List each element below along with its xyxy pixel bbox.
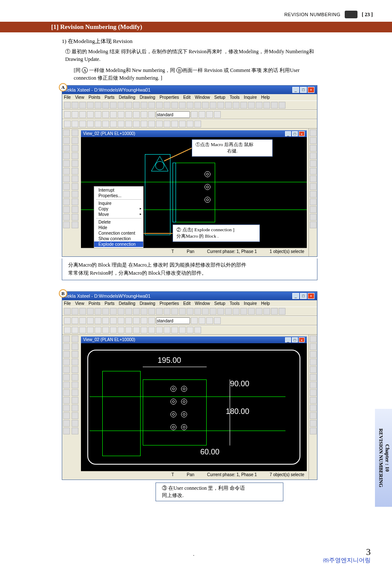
tool-icon[interactable] <box>64 111 71 118</box>
tool-icon[interactable] <box>72 420 78 427</box>
tool-icon[interactable] <box>310 412 317 419</box>
tool-icon[interactable] <box>125 121 132 127</box>
tool-icon[interactable] <box>63 160 70 167</box>
tool-icon[interactable] <box>310 175 317 182</box>
tool-icon[interactable] <box>194 102 201 109</box>
menu-setup[interactable]: Setup <box>214 301 225 306</box>
tool-icon[interactable] <box>72 397 78 404</box>
tool-icon[interactable] <box>63 137 70 144</box>
tool-icon[interactable] <box>72 389 78 396</box>
tool-icon[interactable] <box>202 308 209 315</box>
tool-icon[interactable] <box>199 111 205 118</box>
close-icon[interactable]: × <box>299 131 305 136</box>
tool-icon[interactable] <box>187 102 193 109</box>
tool-icon[interactable] <box>79 327 86 333</box>
tool-icon[interactable] <box>240 102 247 109</box>
tool-icon[interactable] <box>118 121 124 127</box>
tool-icon[interactable] <box>72 359 78 365</box>
tool-icon[interactable] <box>310 129 317 136</box>
menu-drawing[interactable]: Drawing <box>140 301 156 306</box>
tool-icon[interactable] <box>63 366 70 373</box>
tool-icon[interactable] <box>63 175 70 182</box>
tool-icon[interactable] <box>187 327 193 333</box>
tool-icon[interactable] <box>63 382 70 388</box>
tool-icon[interactable] <box>72 198 78 205</box>
tool-icon[interactable] <box>64 308 71 315</box>
tool-icon[interactable] <box>72 152 78 159</box>
tool-icon[interactable] <box>72 336 78 342</box>
tool-icon[interactable] <box>233 308 239 315</box>
tool-icon[interactable] <box>225 102 232 109</box>
tool-icon[interactable] <box>310 359 317 365</box>
tool-icon[interactable] <box>310 374 317 381</box>
tool-icon[interactable] <box>156 102 163 109</box>
tool-icon[interactable] <box>206 317 213 324</box>
menu-help[interactable]: Help <box>261 301 270 306</box>
tool-icon[interactable] <box>310 214 317 221</box>
menu-edit[interactable]: Edit <box>183 301 190 306</box>
tool-icon[interactable] <box>118 327 124 333</box>
menu-parts[interactable]: Parts <box>104 301 114 306</box>
tool-icon[interactable] <box>141 308 147 315</box>
tool-icon[interactable] <box>141 102 147 109</box>
menu-view[interactable]: View <box>75 95 84 100</box>
tool-icon[interactable] <box>156 121 163 127</box>
tool-icon[interactable] <box>263 102 270 109</box>
menu-edit[interactable]: Edit <box>183 95 190 100</box>
tool-icon[interactable] <box>63 183 70 190</box>
tool-icon[interactable] <box>72 366 78 373</box>
tool-icon[interactable] <box>148 327 155 333</box>
menu-drawing[interactable]: Drawing <box>140 95 156 100</box>
close-icon[interactable]: × <box>308 87 314 93</box>
tool-icon[interactable] <box>271 102 278 109</box>
tool-icon[interactable] <box>210 102 216 109</box>
tool-icon[interactable] <box>72 221 78 228</box>
tool-icon[interactable] <box>310 428 317 434</box>
tool-icon[interactable] <box>72 428 78 434</box>
tool-icon[interactable] <box>202 102 209 109</box>
tool-icon[interactable] <box>110 317 117 324</box>
tool-icon[interactable] <box>310 405 317 411</box>
tool-icon[interactable] <box>95 308 101 315</box>
tool-icon[interactable] <box>87 317 94 324</box>
tool-icon[interactable] <box>248 308 255 315</box>
tool-icon[interactable] <box>310 145 317 152</box>
tool-icon[interactable] <box>110 308 117 315</box>
tool-icon[interactable] <box>225 308 232 315</box>
tool-icon[interactable] <box>171 121 178 127</box>
tool-icon[interactable] <box>179 121 186 127</box>
tool-icon[interactable] <box>133 121 140 127</box>
tool-icon[interactable] <box>87 102 94 109</box>
tool-icon[interactable] <box>310 206 317 213</box>
tool-icon[interactable] <box>102 308 109 315</box>
tool-icon[interactable] <box>72 175 78 182</box>
combo-standard[interactable] <box>156 317 190 324</box>
tool-icon[interactable] <box>79 111 86 118</box>
tool-icon[interactable] <box>79 317 86 324</box>
tool-icon[interactable] <box>206 111 213 118</box>
menu-setup[interactable]: Setup <box>214 95 225 100</box>
tool-icon[interactable] <box>214 317 221 324</box>
tool-icon[interactable] <box>125 308 132 315</box>
tool-icon[interactable] <box>156 327 163 333</box>
tool-icon[interactable] <box>95 102 101 109</box>
tool-icon[interactable] <box>72 121 78 127</box>
tool-icon[interactable] <box>179 308 186 315</box>
tool-icon[interactable] <box>110 121 117 127</box>
tool-icon[interactable] <box>72 183 78 190</box>
tool-icon[interactable] <box>310 137 317 144</box>
tool-icon[interactable] <box>199 317 205 324</box>
tool-icon[interactable] <box>148 317 155 324</box>
tool-icon[interactable] <box>125 317 132 324</box>
tool-icon[interactable] <box>63 351 70 358</box>
tool-icon[interactable] <box>63 129 70 136</box>
tool-icon[interactable] <box>118 102 124 109</box>
tool-icon[interactable] <box>164 308 170 315</box>
menu-view[interactable]: View <box>75 301 84 306</box>
tool-icon[interactable] <box>63 206 70 213</box>
tool-icon[interactable] <box>171 327 178 333</box>
tool-icon[interactable] <box>148 121 155 127</box>
minimize-icon[interactable]: _ <box>292 293 299 299</box>
tool-icon[interactable] <box>133 102 140 109</box>
minimize-icon[interactable]: _ <box>285 337 291 342</box>
